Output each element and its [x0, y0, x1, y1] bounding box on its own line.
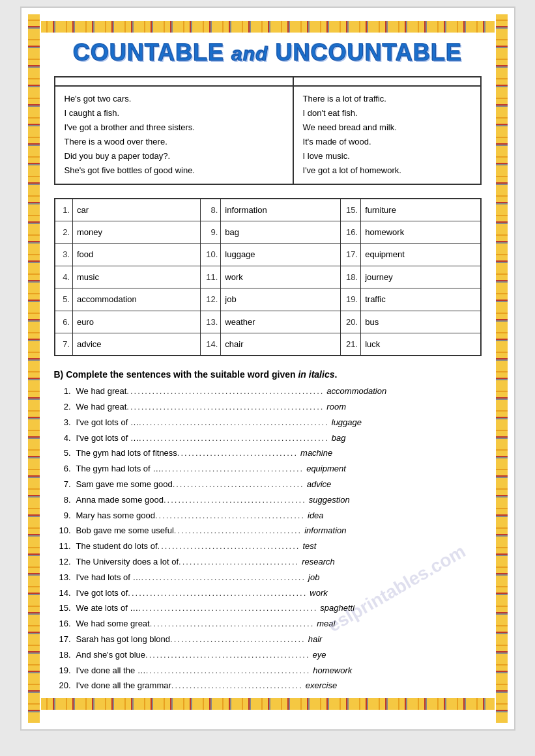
- ex-b-num-15: 15.: [54, 602, 71, 615]
- ex-a-num3-1: 15.: [341, 199, 361, 221]
- ex-b-dots-5: .................................: [177, 448, 298, 458]
- ex-a-word3-2: homework: [361, 221, 481, 243]
- ex-b-num-19: 19.: [54, 664, 71, 678]
- ex-a-word2-4: work: [221, 266, 341, 288]
- exercise-b-item-15: 15.We ate lots of ….....................…: [54, 602, 482, 615]
- ex-a-word-5: accommodation: [73, 288, 201, 311]
- section-b-bold: B) Complete the sentences with the suita…: [54, 369, 338, 380]
- ex-b-num-7: 7.: [54, 478, 71, 492]
- countable-examples: He's got two cars. I caught a fish. I've…: [55, 86, 293, 184]
- ex-b-dots-7: ....................................: [173, 479, 304, 489]
- ex-b-dots-16: ........................................…: [150, 619, 315, 628]
- ex-b-num-8: 8.: [54, 494, 71, 507]
- ex-b-italic-2: room: [326, 402, 346, 412]
- ex-a-word2-5: job: [221, 288, 341, 311]
- ex-b-sentence-9: Mary has some good......................…: [76, 509, 482, 523]
- ex-b-italic-6: equipment: [306, 464, 346, 473]
- exercise-b-item-19: 19.I've done all the …..................…: [54, 664, 482, 678]
- ex-a-word3-6: bus: [361, 311, 481, 333]
- ex-b-italic-14: work: [310, 588, 327, 598]
- ex-b-italic-10: information: [304, 525, 346, 535]
- ex-a-num3-3: 17.: [341, 244, 361, 266]
- exercise-b-item-16: 16.We had some great....................…: [54, 617, 482, 631]
- ex-b-italic-8: suggestion: [309, 495, 350, 505]
- ex-a-num3-6: 20.: [341, 311, 361, 333]
- ex-a-num3-2: 16.: [341, 221, 361, 243]
- exercise-b-item-17: 17.Sarah has got long blond.............…: [54, 633, 482, 647]
- ex-b-italic-17: hair: [308, 634, 323, 644]
- exercise-b-list: 1.We had great..........................…: [54, 385, 482, 693]
- ex-b-italic-1: accommodation: [326, 386, 386, 396]
- title-and: and: [231, 43, 268, 64]
- ex-b-italic-18: eye: [313, 650, 326, 660]
- exercise-b-item-7: 7.Sam gave me some good.................…: [54, 478, 482, 492]
- title-part1: COUNTABLE: [73, 39, 224, 66]
- top-border: [41, 21, 495, 33]
- ex-b-sentence-18: And she's got blue......................…: [76, 649, 482, 662]
- ex-b-num-18: 18.: [54, 649, 71, 662]
- ex-a-word-6: euro: [73, 311, 201, 333]
- ex-a-num2-2: 9.: [201, 221, 221, 243]
- ex-b-num-11: 11.: [54, 540, 71, 553]
- exercise-b-item-20: 20.I've done all the grammar............…: [54, 679, 482, 693]
- ex-a-num-4: 4.: [55, 266, 73, 288]
- ex-b-italic-20: exercise: [306, 680, 337, 690]
- ex-b-italic-4: bag: [332, 433, 346, 443]
- ex-b-italic-19: homework: [313, 665, 352, 675]
- ex-b-sentence-6: The gym had lots of …...................…: [76, 462, 482, 476]
- ex-b-italic-15: spaghetti: [320, 603, 354, 613]
- ex-a-num-3: 3.: [55, 244, 73, 266]
- exercise-b-item-5: 5.The gym had lots of fitness...........…: [54, 447, 482, 460]
- ex-a-num-5: 5.: [55, 288, 73, 311]
- ex-b-italic-12: research: [302, 557, 335, 567]
- ex-b-dots-13: ........................................…: [141, 572, 306, 582]
- ex-b-sentence-19: I've done all the ….....................…: [76, 664, 482, 678]
- ex-b-sentence-14: I've got lots of........................…: [76, 587, 482, 600]
- ex-a-num-1: 1.: [55, 199, 73, 221]
- ex-b-num-9: 9.: [54, 509, 71, 523]
- ex-b-num-2: 2.: [54, 400, 71, 414]
- ex-b-italic-3: luggage: [332, 417, 362, 427]
- ex-b-dots-9: ........................................…: [155, 511, 305, 520]
- ex-b-sentence-3: I've got lots of …......................…: [76, 416, 482, 430]
- ex-b-italic-13: job: [308, 572, 319, 582]
- ex-b-dots-1: ........................................…: [126, 386, 324, 396]
- ex-a-num-7: 7.: [55, 333, 73, 356]
- ex-b-italic-16: meal: [317, 619, 335, 628]
- ex-b-num-5: 5.: [54, 447, 71, 460]
- ex-b-sentence-16: We had some great.......................…: [76, 617, 482, 631]
- ex-b-sentence-20: I've done all the grammar...............…: [76, 679, 482, 693]
- ex-a-word3-5: traffic: [361, 288, 481, 311]
- exercise-b-item-18: 18.And she's got blue...................…: [54, 649, 482, 662]
- title-part2: UNCOUNTABLE: [276, 39, 462, 66]
- ex-a-word-2: money: [73, 221, 201, 243]
- ex-b-num-16: 16.: [54, 617, 71, 631]
- ex-b-num-6: 6.: [54, 462, 71, 476]
- ex-a-word-4: music: [73, 266, 201, 288]
- ex-b-num-1: 1.: [54, 385, 71, 399]
- exercise-b-item-12: 12.The University does a lot of.........…: [54, 555, 482, 569]
- ex-b-num-10: 10.: [54, 524, 71, 538]
- ex-b-italic-7: advice: [307, 479, 332, 489]
- ex-b-italic-5: machine: [300, 448, 332, 458]
- ex-b-num-13: 13.: [54, 571, 71, 585]
- ex-b-sentence-5: The gym had lots of fitness.............…: [76, 447, 482, 460]
- comparison-table: He's got two cars. I caught a fish. I've…: [54, 76, 482, 185]
- countable-header: [55, 77, 293, 86]
- ex-a-word-7: advice: [73, 333, 201, 356]
- exercise-b-item-8: 8.Anna made some good...................…: [54, 494, 482, 507]
- ex-b-sentence-7: Sam gave me some good...................…: [76, 478, 482, 492]
- uncountable-header: [293, 77, 481, 86]
- ex-b-sentence-12: The University does a lot of............…: [76, 555, 482, 569]
- ex-b-dots-18: ........................................…: [145, 650, 310, 660]
- ex-b-dots-14: ........................................…: [128, 588, 307, 598]
- ex-b-num-20: 20.: [54, 679, 71, 693]
- ex-b-dots-4: ........................................…: [139, 433, 329, 443]
- exercise-a-table: 1.car8.information15.furniture2.money9.b…: [54, 198, 482, 357]
- ex-a-word2-2: bag: [221, 221, 341, 243]
- ex-a-word3-7: luck: [361, 333, 481, 356]
- ex-a-num2-3: 10.: [201, 244, 221, 266]
- ex-b-dots-20: ....................................: [171, 680, 303, 690]
- ex-a-word3-3: equipment: [361, 244, 481, 266]
- ex-b-dots-15: ........................................…: [138, 603, 317, 613]
